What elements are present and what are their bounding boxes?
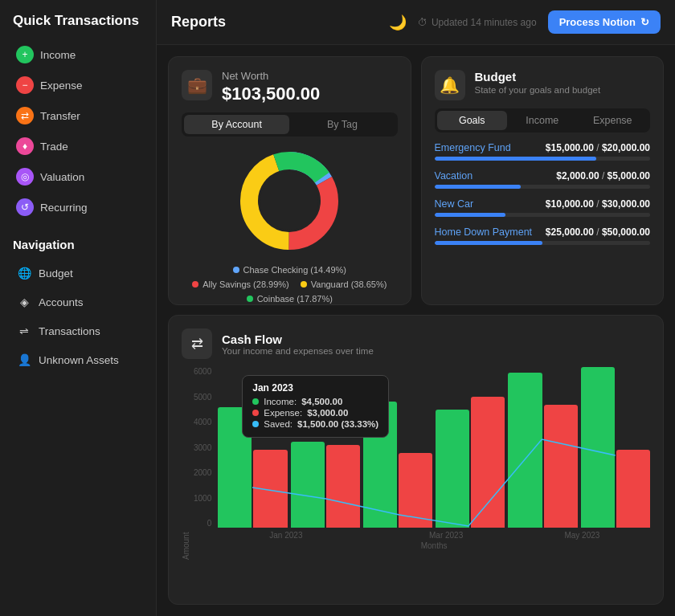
donut-chart: Chase Checking (14.49%) Ally Savings (28…	[182, 145, 398, 304]
tooltip: Jan 2023 Income: $4,500.00 Expense: $3,0…	[242, 375, 389, 438]
bar-expense-may	[544, 405, 578, 528]
process-btn-label: Process Notion	[559, 16, 636, 28]
bar-expense-apr	[471, 397, 505, 528]
tab-expense[interactable]: Expense	[578, 111, 648, 130]
top-row: 💼 Net Worth $103,500.00 By Account By Ta…	[168, 56, 664, 305]
cashflow-header: ⇄ Cash Flow Your income and expenses ove…	[182, 328, 650, 359]
y-axis-title: Amount	[182, 367, 190, 560]
goal-home-down: Home Down Payment $25,000.00 / $50,000.0…	[435, 226, 651, 245]
donut-svg	[233, 145, 346, 257]
tooltip-saved-row: Saved: $1,500.00 (33.33%)	[252, 419, 378, 429]
bar-income-may	[508, 373, 542, 528]
bar-expense-jun	[616, 450, 650, 528]
networth-card: 💼 Net Worth $103,500.00 By Account By Ta…	[168, 56, 411, 305]
cashflow-icon: ⇄	[182, 328, 212, 359]
page-title: Reports	[171, 14, 226, 31]
tooltip-saved-dot	[252, 421, 259, 427]
income-button[interactable]: + Income	[10, 40, 146, 69]
legend-chase: Chase Checking (14.49%)	[233, 265, 346, 275]
sidebar-item-unknown-assets[interactable]: 👤 Unknown Assets	[10, 346, 146, 373]
tab-by-account[interactable]: By Account	[184, 115, 289, 134]
topbar-right: 🌙 ⏱ Updated 14 minutes ago Process Notio…	[389, 10, 661, 34]
main-content: Reports 🌙 ⏱ Updated 14 minutes ago Proce…	[157, 0, 675, 616]
transactions-icon: ⇌	[16, 323, 32, 339]
trade-button[interactable]: ♦ Trade	[10, 132, 146, 161]
networth-value: $103,500.00	[222, 84, 320, 104]
budget-tabs: Goals Income Expense	[435, 108, 651, 133]
bar-expense-mar	[399, 453, 432, 528]
cashflow-title: Cash Flow	[222, 332, 374, 346]
accounts-icon: ◈	[16, 294, 32, 310]
tooltip-title: Jan 2023	[252, 382, 378, 394]
legend-ally: Ally Savings (28.99%)	[192, 279, 289, 289]
tooltip-expense-dot	[252, 410, 259, 416]
networth-icon: 💼	[182, 70, 212, 100]
y-axis-labels: 6000 5000 4000 3000 2000 1000 0	[194, 367, 211, 528]
updated-status: ⏱ Updated 14 minutes ago	[418, 17, 537, 28]
dashboard: 💼 Net Worth $103,500.00 By Account By Ta…	[157, 45, 675, 616]
legend-coinbase: Coinbase (17.87%)	[247, 294, 333, 304]
unknown-assets-icon: 👤	[16, 352, 32, 368]
x-axis-title: Months	[218, 541, 650, 550]
valuation-icon: ◎	[16, 168, 34, 186]
goal-vacation: Vacation $2,000.00 / $5,000.00	[435, 170, 651, 189]
goal-emergency-fund: Emergency Fund $15,000.00 / $20,000.00	[435, 142, 651, 161]
process-notion-button[interactable]: Process Notion ↻	[548, 10, 661, 34]
expense-button[interactable]: − Expense	[10, 71, 146, 100]
expense-icon: −	[16, 76, 34, 94]
bar-expense-feb	[326, 445, 360, 528]
transfer-icon: ⇄	[16, 107, 34, 124]
goal-new-car: New Car $10,000.00 / $30,000.00	[435, 198, 651, 217]
sidebar-title: Quick Transactions	[10, 13, 146, 29]
bar-expense-jan	[253, 450, 287, 528]
tab-goals[interactable]: Goals	[437, 111, 508, 130]
tooltip-income-dot	[252, 398, 259, 405]
topbar: Reports 🌙 ⏱ Updated 14 minutes ago Proce…	[157, 0, 675, 45]
legend-vanguard: Vanguard (38.65%)	[301, 279, 387, 289]
budget-subtitle: State of your goals and budget	[475, 85, 601, 95]
clock-icon: ⏱	[418, 17, 428, 28]
x-axis: Jan 2023 Mar 2023 May 2023	[218, 531, 650, 540]
moon-icon[interactable]: 🌙	[389, 14, 407, 31]
budget-title: Budget	[475, 70, 601, 84]
valuation-button[interactable]: ◎ Valuation	[10, 162, 146, 191]
cashflow-subtitle: Your income and expenses over time	[222, 346, 374, 356]
bar-income-feb	[291, 442, 325, 528]
tab-income[interactable]: Income	[507, 111, 578, 130]
cashflow-card: ⇄ Cash Flow Your income and expenses ove…	[168, 315, 664, 605]
refresh-icon: ↻	[640, 16, 649, 28]
budget-icon-bg: 🔔	[435, 70, 465, 100]
x-label-may: May 2023	[514, 531, 650, 540]
progress-bar-vacation	[435, 185, 651, 189]
trade-icon: ♦	[16, 137, 34, 155]
nav-section-title: Navigation	[13, 238, 146, 251]
tooltip-income-row: Income: $4,500.00	[252, 397, 378, 406]
sidebar-item-transactions[interactable]: ⇌ Transactions	[10, 317, 146, 345]
bar-group-may	[508, 373, 577, 528]
networth-header: 💼 Net Worth $103,500.00	[182, 70, 398, 104]
networth-tabs: By Account By Tag	[182, 112, 398, 137]
transfer-button[interactable]: ⇄ Transfer	[10, 101, 146, 130]
budget-icon: 🌐	[16, 265, 32, 281]
chart-inner: Jan 2023 Income: $4,500.00 Expense: $3,0…	[218, 367, 650, 560]
progress-bar-newcar	[435, 213, 651, 217]
svg-point-4	[260, 172, 318, 230]
chart-wrapper: Amount 6000 5000 4000 3000 2000 1000 0	[182, 367, 650, 560]
progress-bar-home	[435, 241, 651, 245]
networth-title: Net Worth	[222, 70, 320, 82]
budget-header: 🔔 Budget State of your goals and budget	[435, 70, 651, 100]
bar-group-apr	[436, 397, 505, 528]
income-icon: +	[16, 46, 34, 63]
recurring-button[interactable]: ↺ Recurring	[10, 193, 146, 222]
x-label-jan: Jan 2023	[218, 531, 354, 540]
progress-bar-emergency	[435, 157, 651, 161]
recurring-icon: ↺	[16, 198, 34, 216]
donut-legend: Chase Checking (14.49%) Ally Savings (28…	[182, 265, 398, 304]
sidebar-item-accounts[interactable]: ◈ Accounts	[10, 288, 146, 316]
sidebar-item-budget[interactable]: 🌐 Budget	[10, 259, 146, 287]
bar-income-jun	[581, 367, 615, 528]
bar-income-apr	[436, 410, 469, 528]
bar-group-jun	[581, 367, 650, 528]
tab-by-tag[interactable]: By Tag	[289, 115, 395, 134]
bar-group-feb	[291, 442, 360, 528]
